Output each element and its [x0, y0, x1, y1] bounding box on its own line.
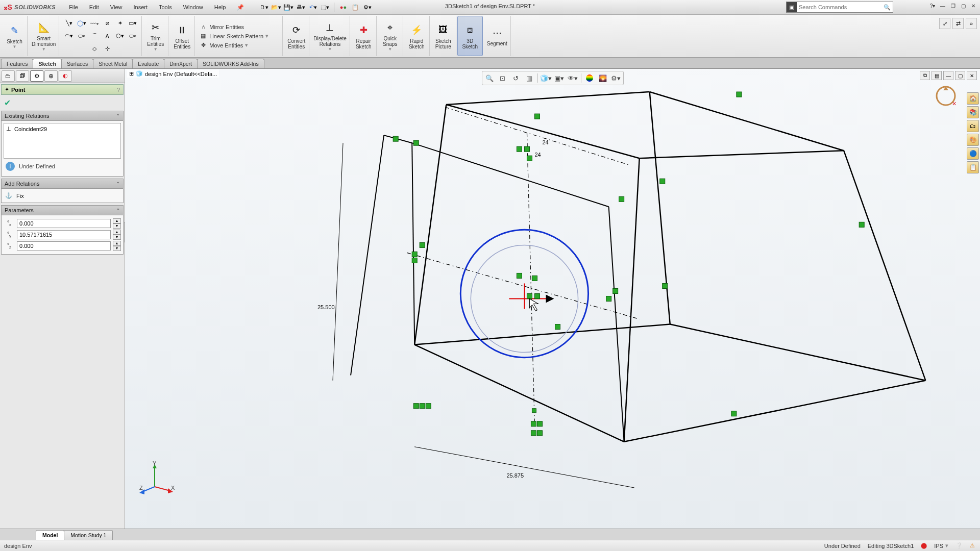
- fillet-tool[interactable]: ⌒: [89, 31, 100, 42]
- relations-list[interactable]: ⊥ Coincident29: [4, 123, 121, 159]
- existing-relations-header[interactable]: Existing Relations ⌃: [1, 111, 124, 121]
- search-input[interactable]: [797, 4, 881, 10]
- ribbon-expand-icon[interactable]: ⤢: [939, 18, 950, 29]
- window-controls: ?▾ — ❐ ▢ ✕: [928, 2, 978, 10]
- status-warn-icon[interactable]: ⚠: [970, 542, 975, 549]
- mirror-entities[interactable]: ⑃Mirror Entities: [199, 22, 244, 32]
- graphics-viewport[interactable]: ⊞ 🧊 design Env (Default<<Defa... 🔍 ⊡ ↺ ▥…: [125, 69, 980, 529]
- tab-features[interactable]: Features: [1, 59, 33, 68]
- sketch-tool[interactable]: ✎ Sketch ▼: [2, 16, 28, 56]
- dim-width[interactable]: 25.875: [506, 472, 524, 479]
- rebuild-button[interactable]: ●●: [337, 2, 349, 13]
- panel-help-icon[interactable]: ?: [117, 87, 120, 93]
- new-doc-button[interactable]: 🗋▾: [258, 2, 270, 13]
- svg-rect-50: [420, 404, 425, 409]
- move-entities[interactable]: ✥Move Entities ▾: [199, 41, 248, 50]
- menu-view[interactable]: View: [105, 3, 128, 12]
- relation-item[interactable]: ⊥ Coincident29: [5, 124, 119, 133]
- plane-tool[interactable]: ◇: [89, 43, 100, 55]
- menu-file[interactable]: File: [64, 3, 83, 12]
- chamfer-tool[interactable]: ⧄: [102, 18, 113, 29]
- options-button[interactable]: 📋: [350, 2, 361, 13]
- config-tab-icon[interactable]: ⚙: [30, 70, 43, 82]
- close-button[interactable]: ✕: [969, 2, 978, 10]
- tab-model[interactable]: Model: [36, 530, 64, 540]
- dim-tab-icon[interactable]: ⊕: [44, 70, 58, 82]
- fix-relation[interactable]: ⚓ Fix: [4, 191, 121, 201]
- search-prefix-icon: ▣: [787, 2, 797, 12]
- tab-addins[interactable]: SOLIDWORKS Add-Ins: [197, 59, 264, 68]
- orientation-triad[interactable]: Y X Z: [139, 461, 175, 498]
- spline-tool[interactable]: 〰▾: [89, 18, 100, 29]
- tab-sketch[interactable]: Sketch: [33, 59, 61, 68]
- accept-button[interactable]: ✔: [0, 96, 125, 110]
- search-commands[interactable]: ▣ 🔍: [786, 2, 893, 13]
- rapid-sketch-tool[interactable]: ⚡ Rapid Sketch: [404, 16, 430, 56]
- help-button[interactable]: ?▾: [928, 2, 937, 10]
- menu-tools[interactable]: Tools: [154, 3, 177, 12]
- repair-sketch-tool[interactable]: ✚ Repair Sketch: [351, 16, 377, 56]
- search-icon[interactable]: 🔍: [881, 4, 893, 11]
- status-units[interactable]: IPS ▾: [934, 542, 948, 549]
- param-y-spinner[interactable]: ▲▼: [113, 230, 121, 240]
- dim-small-2[interactable]: 24: [534, 152, 541, 158]
- smart-dimension-tool[interactable]: 📐 Smart Dimension ▼: [29, 16, 59, 56]
- point-tool[interactable]: ✶: [114, 18, 126, 29]
- line-tool[interactable]: ╲▾: [63, 18, 75, 29]
- menu-window[interactable]: Window: [178, 3, 208, 12]
- param-z-spinner[interactable]: ▲▼: [113, 241, 121, 251]
- ellipse-tool[interactable]: ⬭▾: [76, 31, 87, 42]
- param-x-input[interactable]: [17, 219, 111, 228]
- tab-sheet-metal[interactable]: Sheet Metal: [93, 59, 133, 68]
- fm-tree-icon[interactable]: 🗀: [2, 70, 15, 82]
- param-z-input[interactable]: [17, 241, 111, 251]
- sketch-canvas[interactable]: 25.500 25.875 24 24: [125, 69, 980, 529]
- param-y-input[interactable]: [17, 230, 111, 239]
- minimize-button[interactable]: —: [938, 2, 947, 10]
- tab-evaluate[interactable]: Evaluate: [132, 59, 164, 68]
- convert-entities-tool[interactable]: ⟳ Convert Entities: [284, 16, 309, 56]
- slot-tool[interactable]: ⬭▾: [127, 31, 138, 42]
- segment-tool[interactable]: ⋯ Segment: [484, 16, 511, 56]
- menu-edit[interactable]: Edit: [84, 3, 104, 12]
- centerline-tool[interactable]: ⊹: [102, 43, 113, 55]
- 3d-sketch-tool[interactable]: ⧈ 3D Sketch: [457, 16, 483, 56]
- menu-help[interactable]: Help: [209, 3, 231, 12]
- rect-tool[interactable]: ▭▾: [127, 18, 138, 29]
- linear-pattern[interactable]: ▦Linear Sketch Pattern ▾: [199, 32, 268, 41]
- print-button[interactable]: 🖶▾: [295, 2, 306, 13]
- parameters-header[interactable]: Parameters ⌃: [1, 205, 124, 215]
- trim-entities-tool[interactable]: ✂ Trim Entities ▼: [143, 16, 168, 56]
- restore-button[interactable]: ❐: [948, 2, 958, 10]
- open-doc-button[interactable]: 📂▾: [271, 2, 282, 13]
- param-x-spinner[interactable]: ▲▼: [113, 218, 121, 229]
- svg-rect-55: [537, 431, 542, 436]
- polygon-tool[interactable]: ⬡▾: [114, 31, 126, 42]
- menu-insert[interactable]: Insert: [128, 3, 153, 12]
- dim-height[interactable]: 25.500: [317, 304, 335, 310]
- text-tool[interactable]: A: [102, 31, 113, 42]
- property-tab-icon[interactable]: 🗊: [16, 70, 29, 82]
- display-delete-relations-tool[interactable]: ⊥ Display/Delete Relations ▼: [310, 16, 350, 56]
- ribbon-more-icon[interactable]: »: [966, 18, 977, 29]
- ribbon-transfer-icon[interactable]: ⇄: [952, 18, 964, 29]
- menu-pin-icon[interactable]: 📌: [232, 3, 249, 12]
- arc-tool[interactable]: ◠▾: [63, 31, 75, 42]
- offset-entities-tool[interactable]: ⫼ Offset Entities: [169, 16, 195, 56]
- settings-button[interactable]: ⚙▾: [362, 2, 373, 13]
- dim-small-1[interactable]: 24: [542, 139, 548, 145]
- tab-dimxpert[interactable]: DimXpert: [164, 59, 198, 68]
- tab-motion-study[interactable]: Motion Study 1: [64, 530, 113, 540]
- status-help-icon[interactable]: ❔: [955, 542, 963, 549]
- quick-snaps-tool[interactable]: ⌖ Quick Snaps ▼: [378, 16, 403, 56]
- undo-button[interactable]: ↶▾: [307, 2, 318, 13]
- circle-tool[interactable]: ◯▾: [76, 18, 87, 29]
- maximize-button[interactable]: ▢: [959, 2, 968, 10]
- display-tab-icon[interactable]: ◐: [59, 70, 72, 82]
- add-relations-header[interactable]: Add Relations ⌃: [1, 179, 124, 189]
- tab-surfaces[interactable]: Surfaces: [61, 59, 93, 68]
- select-button[interactable]: ⬚▾: [320, 2, 331, 13]
- sketch-picture-tool[interactable]: 🖼 Sketch Picture: [431, 16, 456, 56]
- save-button[interactable]: 💾▾: [283, 2, 294, 13]
- status-rebuild-icon[interactable]: ⬤: [921, 542, 927, 549]
